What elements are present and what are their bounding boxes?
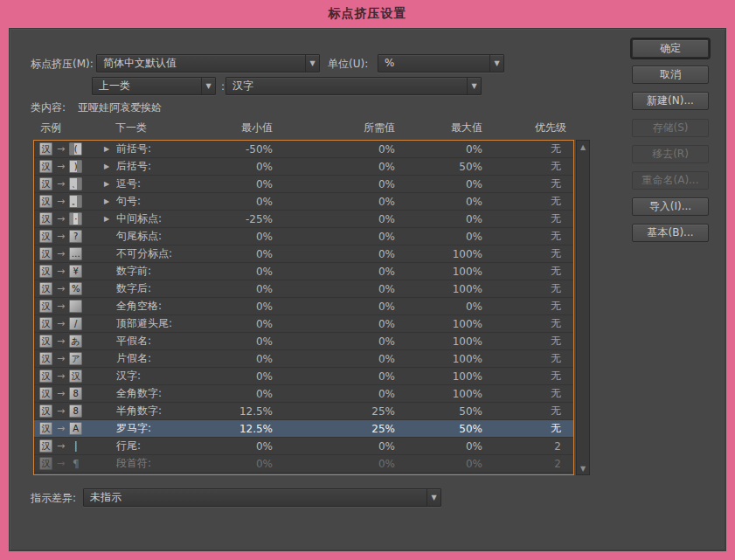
max-value[interactable]: 100% — [395, 266, 482, 278]
min-value[interactable]: 0% — [189, 458, 273, 470]
cancel-button[interactable]: 取消 — [632, 66, 709, 84]
desired-value[interactable]: 25% — [273, 423, 395, 435]
min-value[interactable]: -25% — [189, 213, 273, 225]
min-value[interactable]: 12.5% — [189, 423, 273, 435]
desired-value[interactable]: 0% — [273, 283, 395, 295]
min-value[interactable]: 0% — [189, 440, 273, 453]
basic-button[interactable]: 基本(B)... — [632, 224, 709, 242]
min-value[interactable]: 0% — [189, 196, 273, 208]
desired-value[interactable]: 0% — [273, 301, 395, 313]
min-value[interactable]: 0% — [189, 370, 273, 383]
ok-button[interactable]: 确定 — [632, 39, 709, 58]
table-row[interactable]: 汉 → ▶ 全角空格: 0% 0% 0% 无 — [34, 298, 573, 315]
desired-value[interactable]: 0% — [273, 213, 395, 225]
table-row[interactable]: 汉 → A ▶ 罗马字: 12.5% 25% 50% 无 — [34, 420, 573, 438]
desired-value[interactable]: 0% — [273, 231, 395, 243]
priority-value[interactable]: 无 — [482, 404, 573, 418]
desired-value[interactable]: 0% — [273, 335, 395, 348]
table-row[interactable]: 汉 → ¥ ▶ 数字前: 0% 0% 100% 无 — [34, 263, 573, 280]
desired-value[interactable]: 0% — [273, 353, 395, 365]
desired-value[interactable]: 0% — [273, 266, 395, 278]
priority-value[interactable]: 无 — [482, 194, 573, 209]
min-value[interactable]: 0% — [189, 161, 273, 173]
expander-triangle-icon[interactable]: ▶ — [104, 145, 116, 153]
priority-value[interactable]: 无 — [482, 386, 573, 401]
priority-value[interactable]: 无 — [482, 299, 573, 314]
priority-value[interactable]: 无 — [482, 176, 573, 191]
max-value[interactable]: 0% — [395, 440, 482, 453]
min-value[interactable]: 0% — [189, 178, 273, 190]
desired-value[interactable]: 25% — [273, 405, 395, 418]
table-row[interactable]: 汉 → 8 ▶ 全角数字: 0% 0% 100% 无 — [34, 385, 573, 403]
desired-value[interactable]: 0% — [273, 318, 395, 330]
expander-triangle-icon[interactable]: ▶ — [104, 215, 116, 223]
table-row[interactable]: 汉 → … ▶ 不可分标点: 0% 0% 100% 无 — [34, 245, 573, 263]
table-row[interactable]: 汉 → | ▶ 行尾: 0% 0% 0% 2 — [34, 438, 573, 455]
min-value[interactable]: 0% — [189, 266, 273, 278]
priority-value[interactable]: 无 — [482, 229, 573, 244]
min-value[interactable]: 0% — [189, 353, 273, 365]
units-dropdown[interactable]: % ▼ — [378, 54, 504, 73]
import-button[interactable]: 导入(I)... — [632, 197, 709, 216]
max-value[interactable]: 0% — [395, 213, 482, 225]
min-value[interactable]: 0% — [189, 335, 273, 348]
table-row[interactable]: 汉 → · ▶ 中间标点: -25% 0% 0% 无 — [34, 211, 573, 228]
max-value[interactable]: 100% — [395, 283, 482, 295]
min-value[interactable]: 0% — [189, 283, 273, 295]
priority-value[interactable]: 无 — [482, 142, 573, 156]
max-value[interactable]: 50% — [395, 405, 482, 418]
table-row[interactable]: 汉 → 8 ▶ 半角数字: 12.5% 25% 50% 无 — [34, 403, 573, 420]
prev-class-dropdown[interactable]: 上一类 ▼ — [92, 77, 216, 95]
mojikumi-set-dropdown[interactable]: 简体中文默认值 ▼ — [96, 54, 320, 73]
table-row[interactable]: 汉 → ? ▶ 句尾标点: 0% 0% 0% 无 — [34, 228, 573, 245]
desired-value[interactable]: 0% — [273, 440, 395, 453]
priority-value[interactable]: 2 — [482, 440, 573, 453]
indicate-diff-dropdown[interactable]: 未指示 ▼ — [83, 488, 441, 507]
title-bar[interactable]: 标点挤压设置 — [0, 0, 735, 28]
priority-value[interactable]: 无 — [482, 369, 573, 384]
table-scrollbar[interactable]: ▲ ▼ — [576, 140, 590, 475]
table-row[interactable]: 汉 → ) ▶ 后括号: 0% 0% 50% 无 — [34, 158, 573, 176]
min-value[interactable]: 0% — [189, 388, 273, 400]
max-value[interactable]: 0% — [395, 143, 482, 156]
desired-value[interactable]: 0% — [273, 196, 395, 208]
next-class-dropdown[interactable]: 汉字 ▼ — [225, 77, 482, 95]
max-value[interactable]: 0% — [395, 231, 482, 243]
priority-value[interactable]: 无 — [482, 264, 573, 279]
max-value[interactable]: 0% — [395, 301, 482, 313]
priority-value[interactable]: 无 — [482, 246, 573, 261]
max-value[interactable]: 100% — [395, 318, 482, 330]
desired-value[interactable]: 0% — [273, 161, 395, 173]
min-value[interactable]: 0% — [189, 248, 273, 260]
priority-value[interactable]: 无 — [482, 316, 573, 331]
desired-value[interactable]: 0% — [273, 178, 395, 190]
max-value[interactable]: 100% — [395, 388, 482, 400]
min-value[interactable]: 12.5% — [189, 405, 273, 418]
table-row[interactable]: 汉 → ( ▶ 前括号: -50% 0% 0% 无 — [34, 141, 573, 158]
min-value[interactable]: 0% — [189, 231, 273, 243]
desired-value[interactable]: 0% — [273, 143, 395, 156]
table-row[interactable]: 汉 → 汉 ▶ 汉字: 0% 0% 100% 无 — [34, 368, 573, 385]
desired-value[interactable]: 0% — [273, 388, 395, 400]
priority-value[interactable]: 无 — [482, 334, 573, 349]
max-value[interactable]: 100% — [395, 353, 482, 365]
min-value[interactable]: 0% — [189, 301, 273, 313]
max-value[interactable]: 0% — [395, 196, 482, 208]
max-value[interactable]: 0% — [395, 458, 482, 470]
expander-triangle-icon[interactable]: ▶ — [104, 197, 116, 205]
min-value[interactable]: 0% — [189, 318, 273, 330]
priority-value[interactable]: 无 — [482, 421, 573, 436]
expander-triangle-icon[interactable]: ▶ — [104, 162, 116, 170]
table-row[interactable]: 汉 → % ▶ 数字后: 0% 0% 100% 无 — [34, 280, 573, 298]
table-row[interactable]: 汉 → ア ▶ 片假名: 0% 0% 100% 无 — [34, 350, 573, 368]
priority-value[interactable]: 无 — [482, 351, 573, 366]
max-value[interactable]: 100% — [395, 370, 482, 383]
max-value[interactable]: 50% — [395, 423, 482, 435]
priority-value[interactable]: 无 — [482, 211, 573, 226]
desired-value[interactable]: 0% — [273, 458, 395, 470]
table-row[interactable]: 汉 → 、 ▶ 逗号: 0% 0% 0% 无 — [34, 176, 573, 193]
priority-value[interactable]: 无 — [482, 281, 573, 296]
table-row[interactable]: 汉 → 。 ▶ 句号: 0% 0% 0% 无 — [34, 193, 573, 211]
new-button[interactable]: 新建(N)... — [632, 92, 709, 110]
max-value[interactable]: 50% — [395, 161, 482, 173]
